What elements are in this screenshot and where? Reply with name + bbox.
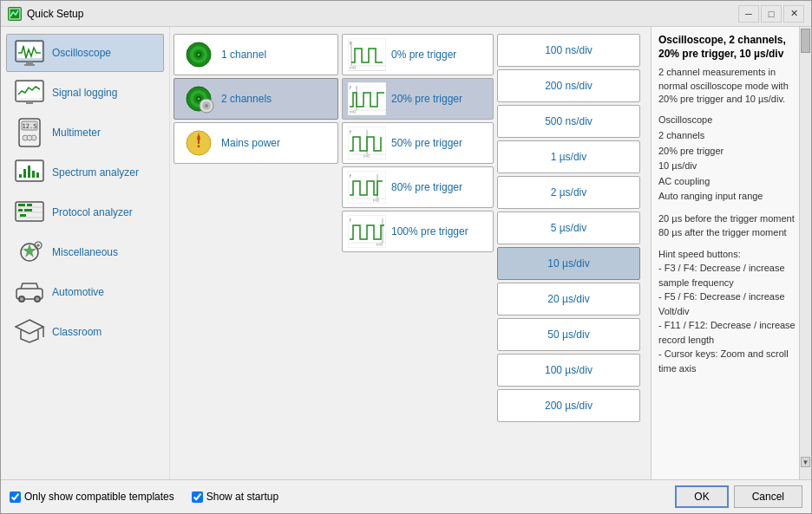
pretrigger-20pct-label: 20% pre trigger bbox=[391, 93, 462, 105]
info-panel: Oscilloscope, 2 channels, 20% pre trigge… bbox=[652, 27, 811, 479]
2channels-label: 2 channels bbox=[221, 93, 272, 105]
pretrigger-50pct[interactable]: f t=0 50% pre trigger bbox=[342, 122, 494, 164]
checkbox-compatible-templates[interactable]: Only show compatible templates bbox=[10, 491, 174, 503]
timediv-column: 100 ns/div 200 ns/div 500 ns/div 1 µs/di… bbox=[497, 34, 640, 472]
compatible-templates-checkbox[interactable] bbox=[10, 491, 21, 503]
classroom-icon bbox=[14, 316, 45, 348]
sidebar-item-miscellaneous[interactable]: Miscellaneous bbox=[6, 233, 164, 271]
svg-rect-7 bbox=[26, 101, 33, 104]
pretrigger-50pct-label: 50% pre trigger bbox=[391, 137, 462, 149]
bottom-bar: Only show compatible templates Show at s… bbox=[1, 479, 811, 513]
categories-panel: Oscilloscope Signal logging bbox=[1, 27, 170, 479]
pretrigger-0pct[interactable]: f t=0 0% pre trigger bbox=[342, 34, 494, 75]
svg-point-13 bbox=[27, 135, 32, 140]
svg-text:t=0: t=0 bbox=[373, 198, 379, 203]
ok-button[interactable]: OK bbox=[675, 485, 728, 508]
timediv-20us[interactable]: 20 µs/div bbox=[497, 283, 640, 316]
timediv-500ns[interactable]: 500 ns/div bbox=[497, 105, 640, 138]
scrollbar-thumb[interactable] bbox=[801, 29, 810, 53]
sidebar-item-protocol-analyzer[interactable]: Protocol analyzer bbox=[6, 193, 164, 231]
sidebar-item-classroom[interactable]: Classroom bbox=[6, 313, 164, 351]
minimize-button[interactable]: ─ bbox=[738, 5, 759, 23]
svg-text:t=0: t=0 bbox=[377, 242, 383, 247]
protocol-analyzer-label: Protocol analyzer bbox=[52, 206, 133, 218]
window-controls: ─ □ ✕ bbox=[738, 5, 804, 23]
timediv-2us[interactable]: 2 µs/div bbox=[497, 176, 640, 209]
automotive-label: Automotive bbox=[52, 286, 104, 298]
info-description: 2 channel measurements in normal oscillo… bbox=[658, 66, 796, 106]
templates-column: 1 channel bbox=[174, 34, 338, 472]
maximize-button[interactable]: □ bbox=[761, 5, 782, 23]
svg-rect-17 bbox=[23, 169, 26, 178]
svg-text:t=0: t=0 bbox=[350, 65, 356, 70]
miscellaneous-label: Miscellaneous bbox=[52, 246, 118, 258]
timediv-5us[interactable]: 5 µs/div bbox=[497, 211, 640, 244]
svg-rect-20 bbox=[36, 172, 39, 178]
scroll-down-button[interactable]: ▼ bbox=[801, 457, 810, 467]
timediv-100us[interactable]: 100 µs/div bbox=[497, 354, 640, 387]
svg-rect-29 bbox=[20, 214, 26, 217]
title-bar: Quick Setup ─ □ ✕ bbox=[1, 1, 811, 27]
sidebar-item-automotive[interactable]: Automotive bbox=[6, 273, 164, 311]
multimeter-icon: 12.5 bbox=[14, 117, 45, 148]
timediv-50us[interactable]: 50 µs/div bbox=[497, 318, 640, 351]
window-title: Quick Setup bbox=[27, 8, 738, 20]
close-button[interactable]: ✕ bbox=[783, 5, 804, 23]
dialog-buttons: OK Cancel bbox=[675, 485, 802, 508]
svg-point-37 bbox=[20, 297, 23, 301]
svg-text:t=0: t=0 bbox=[350, 109, 356, 114]
protocol-analyzer-icon bbox=[14, 197, 45, 228]
signal-logging-label: Signal logging bbox=[52, 87, 117, 99]
svg-rect-28 bbox=[24, 209, 32, 211]
pretrigger-100pct[interactable]: f t=0 100% pre trigger bbox=[342, 211, 494, 252]
svg-text:12.5: 12.5 bbox=[23, 123, 37, 130]
svg-text:t=0: t=0 bbox=[363, 153, 370, 159]
info-timing: 20 µs before the trigger moment 80 µs af… bbox=[658, 211, 796, 240]
svg-rect-16 bbox=[19, 174, 22, 178]
main-window: Quick Setup ─ □ ✕ Oscill bbox=[0, 0, 812, 514]
1channel-label: 1 channel bbox=[221, 49, 266, 61]
timediv-200ns[interactable]: 200 ns/div bbox=[497, 69, 640, 102]
pretrigger-80pct-label: 80% pre trigger bbox=[391, 181, 462, 193]
svg-rect-6 bbox=[17, 82, 42, 98]
template-2channels[interactable]: 2 channels bbox=[174, 78, 338, 120]
show-startup-label: Show at startup bbox=[206, 491, 278, 503]
mains-power-icon: ! bbox=[181, 126, 216, 160]
pretrigger-0pct-label: 0% pre trigger bbox=[391, 49, 456, 61]
sidebar-item-spectrum-analyzer[interactable]: Spectrum analyzer bbox=[6, 153, 164, 192]
cancel-button[interactable]: Cancel bbox=[734, 485, 802, 508]
app-icon bbox=[8, 7, 22, 21]
svg-point-52 bbox=[205, 104, 208, 107]
pretrigger-column: f t=0 0% pre trigger f t=0 bbox=[342, 34, 494, 472]
pretrigger-20pct[interactable]: f t=0 20% pre trigger bbox=[342, 78, 494, 120]
signal-logging-icon bbox=[14, 77, 45, 108]
info-title: Oscilloscope, 2 channels, 20% pre trigge… bbox=[658, 34, 796, 61]
timediv-1us[interactable]: 1 µs/div bbox=[497, 140, 640, 173]
svg-rect-27 bbox=[18, 209, 23, 211]
checkbox-show-startup[interactable]: Show at startup bbox=[192, 491, 278, 503]
classroom-label: Classroom bbox=[52, 326, 102, 338]
timediv-10us[interactable]: 10 µs/div bbox=[497, 247, 640, 280]
oscilloscope-icon bbox=[14, 37, 45, 68]
timediv-200us[interactable]: 200 µs/div bbox=[497, 389, 640, 422]
spectrum-analyzer-icon bbox=[14, 157, 45, 188]
miscellaneous-icon bbox=[14, 237, 45, 268]
svg-rect-18 bbox=[28, 166, 30, 178]
template-mains-power[interactable]: ! Mains power bbox=[174, 122, 338, 164]
svg-rect-19 bbox=[32, 171, 35, 178]
svg-rect-25 bbox=[18, 204, 25, 206]
svg-point-44 bbox=[198, 54, 200, 56]
svg-rect-4 bbox=[24, 64, 35, 66]
sidebar-item-signal-logging[interactable]: Signal logging bbox=[6, 74, 164, 112]
pretrigger-80pct[interactable]: f t=0 80% pre trigger bbox=[342, 166, 494, 208]
template-1channel[interactable]: 1 channel bbox=[174, 34, 338, 75]
mains-power-label: Mains power bbox=[221, 137, 280, 149]
sidebar-item-oscilloscope[interactable]: Oscilloscope bbox=[6, 34, 164, 72]
timediv-100ns[interactable]: 100 ns/div bbox=[497, 34, 640, 67]
show-startup-checkbox[interactable] bbox=[192, 491, 203, 503]
scrollbar-track[interactable]: ▼ bbox=[799, 27, 811, 479]
svg-point-38 bbox=[36, 297, 39, 301]
2channels-icon bbox=[181, 81, 216, 116]
main-content: Oscilloscope Signal logging bbox=[1, 27, 811, 479]
sidebar-item-multimeter[interactable]: 12.5 Multimeter bbox=[6, 114, 164, 152]
